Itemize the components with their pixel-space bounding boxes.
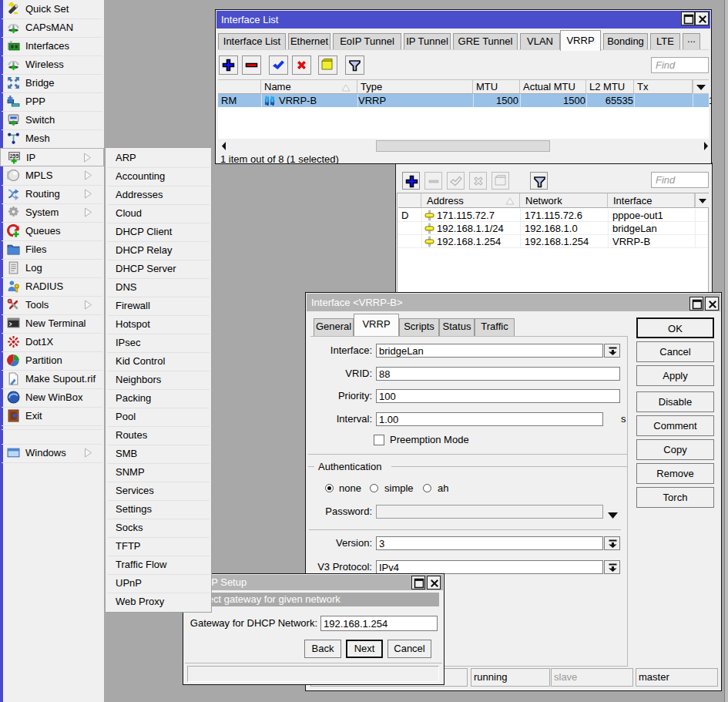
- svg-text:255: 255: [10, 153, 19, 159]
